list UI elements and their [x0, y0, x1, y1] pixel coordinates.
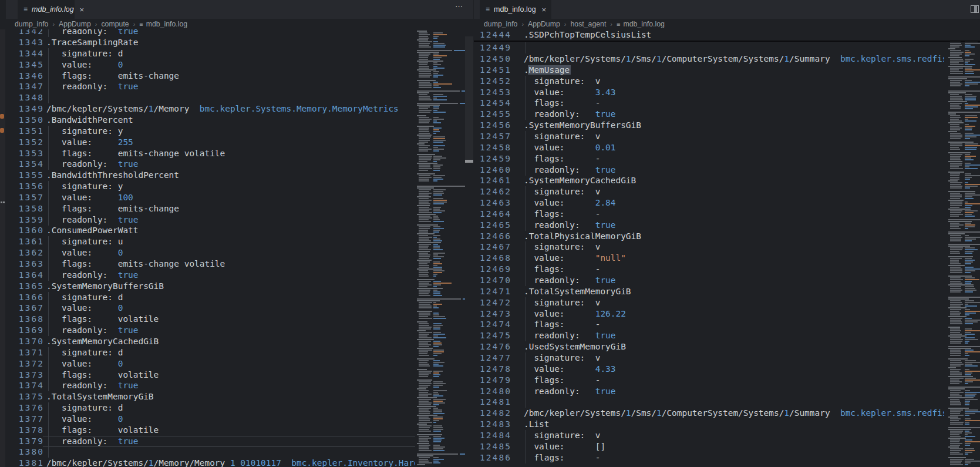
minimap[interactable]	[947, 29, 980, 467]
minimap[interactable]	[416, 29, 465, 467]
line-number: 12469	[474, 264, 511, 275]
line-number: 1360	[6, 225, 44, 236]
code-line: 12456.SystemMemoryBuffersGiB	[474, 120, 980, 131]
line-number: 1375	[6, 391, 44, 402]
indent-guide	[526, 330, 526, 341]
code-line: 1376 signature: d	[6, 402, 473, 414]
indent-guide	[526, 253, 526, 264]
code-line: 12473 value: 126.22	[474, 308, 980, 320]
editor-left[interactable]: 1342 readonly: true1343.TraceSamplingRat…	[6, 29, 473, 467]
editor-group-left: ≡ mdb_info.log × ⋯ dump_info›AppDump›com…	[6, 0, 473, 467]
line-number: 1364	[6, 270, 44, 281]
code-line: 1374 readonly: true	[6, 380, 473, 391]
indent-guide	[526, 42, 526, 53]
indent-guide	[526, 220, 526, 231]
indent-guide	[48, 192, 49, 203]
breadcrumb-item[interactable]: host_agent	[570, 20, 606, 28]
breadcrumb-item[interactable]: AppDump	[528, 20, 560, 28]
code-line: 12479 flags: -	[474, 375, 980, 386]
code-line: 12480 readonly: true	[474, 386, 980, 397]
line-number: 12475	[474, 330, 511, 341]
line-number: 12452	[474, 76, 511, 87]
scrollbar-track[interactable]	[465, 36, 473, 160]
indent-guide	[48, 402, 49, 414]
code-line: 12459 flags: -	[474, 153, 980, 164]
line-number: 12462	[474, 186, 511, 197]
log-file-icon: ≡	[23, 5, 28, 14]
breadcrumb-separator-icon: ›	[95, 21, 97, 28]
line-number: 12461	[474, 175, 511, 186]
code-line: 12460 readonly: true	[474, 164, 980, 176]
code-line: 12461.SystemMemoryCachedGiB	[474, 175, 980, 186]
sticky-scroll-line[interactable]: 12444.SSDPchTopTempCelsiusList	[474, 29, 980, 42]
code-line: 1375.TotalSystemMemoryGiB	[6, 391, 473, 402]
code-line: 1345 value: 0	[6, 59, 473, 70]
line-number: 1378	[6, 425, 44, 436]
line-number: 1346	[6, 70, 44, 82]
line-number: 1376	[6, 402, 44, 414]
code-line: 12453 value: 3.43	[474, 87, 980, 98]
tab-mdb-info-log[interactable]: ≡ mdb_info.log ×	[480, 0, 551, 19]
code-line: 1361 signature: u	[6, 236, 473, 247]
code-line: 1379 readonly: true	[6, 436, 473, 447]
code-line: 12474 flags: -	[474, 319, 980, 330]
tab-bar: ≡ mdb_info.log ×	[474, 0, 980, 19]
code-line: 1348	[6, 92, 473, 103]
indent-guide	[48, 325, 49, 336]
code-line: 12452 signature: v	[474, 76, 980, 87]
line-number: 1363	[6, 258, 44, 270]
indent-guide	[48, 159, 49, 170]
breadcrumb-item[interactable]: dump_info	[484, 20, 517, 28]
line-number: 12477	[474, 352, 511, 364]
code-line: 1368 flags: volatile	[6, 314, 473, 325]
indent-guide	[526, 308, 526, 320]
line-number: 1345	[6, 59, 44, 70]
code-line: 12485 value: []	[474, 441, 980, 452]
indent-guide	[48, 446, 49, 458]
line-number: 1353	[6, 148, 44, 159]
code-line: 1343.TraceSamplingRate	[6, 37, 473, 48]
breadcrumb-separator-icon: ›	[564, 21, 567, 28]
code-line: 12463 value: 2.84	[474, 197, 980, 209]
indent-guide	[48, 29, 49, 37]
line-number: 12472	[474, 297, 511, 308]
line-number: 12483	[474, 419, 511, 430]
indent-guide	[48, 81, 49, 92]
indent-guide	[526, 375, 526, 386]
breadcrumb-separator-icon: ›	[52, 21, 55, 28]
editor-right[interactable]: 1244912450/bmc/kepler/Systems/1/Sms/1/Co…	[474, 29, 980, 467]
scrollbar-thumb[interactable]	[465, 160, 473, 163]
breadcrumb-item[interactable]: AppDump	[59, 20, 91, 28]
tab-mdb-info-log[interactable]: ≡ mdb_info.log ×	[18, 0, 75, 19]
indent-guide	[526, 275, 526, 286]
close-tab-icon[interactable]: ×	[542, 5, 547, 14]
split-editor-icon[interactable]	[971, 5, 979, 13]
breadcrumb-item[interactable]: dump_info	[15, 20, 48, 28]
editor-actions-more-icon[interactable]: ⋯	[455, 2, 464, 11]
orange-marker	[0, 114, 4, 119]
indent-guide	[48, 70, 49, 82]
line-number: 1381	[6, 458, 44, 467]
line-number: 1357	[6, 192, 44, 203]
breadcrumb-item[interactable]: mdb_info.log	[623, 20, 664, 28]
line-number: 12444	[474, 29, 511, 41]
breadcrumb-item[interactable]: mdb_info.log	[146, 20, 187, 28]
code-line: 12482/bmc/kepler/Systems/1/Sms/1/Compute…	[474, 408, 980, 419]
code-line: 12476.UsedSystemMemoryGiB	[474, 341, 980, 352]
code-line: 12464 flags: -	[474, 209, 980, 220]
indent-guide	[48, 292, 49, 303]
line-number: 12464	[474, 209, 511, 220]
code-line: 12472 signature: v	[474, 297, 980, 308]
code-line: 1355.BandwidthThresholdPercent	[6, 170, 473, 181]
code-line: 12478 value: 4.33	[474, 364, 980, 375]
line-number: 12479	[474, 375, 511, 386]
code-line: 1367 value: 0	[6, 303, 473, 314]
code-line: 1347 readonly: true	[6, 81, 473, 92]
line-number: 1351	[6, 126, 44, 137]
close-tab-icon[interactable]: ×	[80, 5, 85, 14]
breadcrumb-item[interactable]: compute	[101, 20, 129, 28]
line-number: 12470	[474, 275, 511, 286]
line-number: 12449	[474, 42, 511, 53]
code-line: 1362 value: 0	[6, 247, 473, 258]
code-line: 12466.TotalPhysicalMemoryGiB	[474, 231, 980, 242]
